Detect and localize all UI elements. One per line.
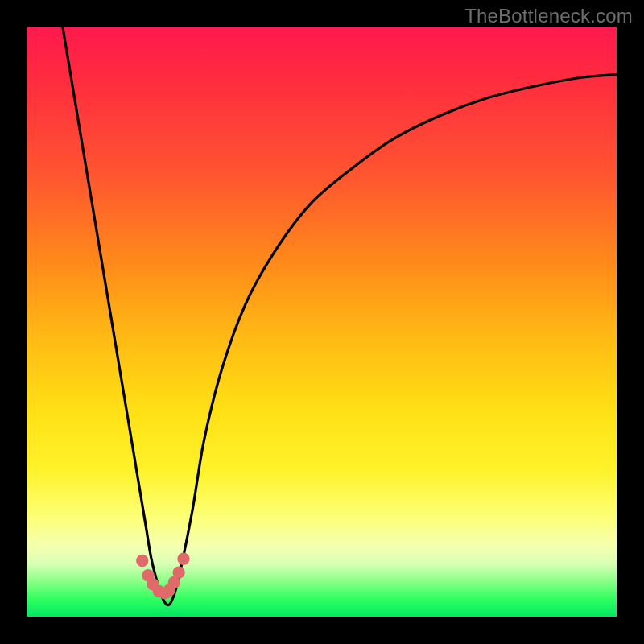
sweet-spot-dots bbox=[136, 553, 190, 600]
bottleneck-curve-path bbox=[63, 27, 617, 605]
outer-frame: TheBottleneck.com bbox=[0, 0, 644, 644]
sweet-spot-dot bbox=[136, 555, 148, 567]
sweet-spot-dot bbox=[172, 566, 184, 578]
watermark-text: TheBottleneck.com bbox=[464, 5, 633, 27]
sweet-spot-dot bbox=[177, 553, 189, 565]
plot-gradient-area bbox=[27, 27, 617, 617]
bottleneck-curve-svg bbox=[27, 27, 617, 617]
